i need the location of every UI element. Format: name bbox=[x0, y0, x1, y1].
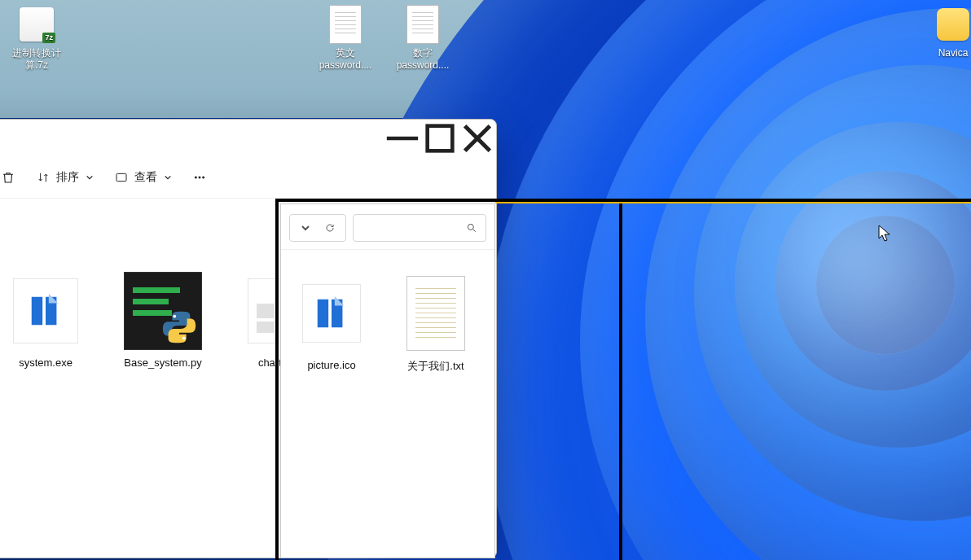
titlebar[interactable] bbox=[0, 120, 496, 156]
navicat-icon bbox=[937, 8, 969, 41]
file-item-txt[interactable]: 关于我们.txt bbox=[395, 274, 477, 374]
python-file-icon bbox=[124, 272, 202, 350]
file-label: Base_system.py bbox=[124, 357, 201, 370]
address-row bbox=[281, 204, 494, 250]
file-label: picture.ico bbox=[307, 359, 355, 371]
desktop[interactable]: 进制转换计算.7z 英文password.... 数字password.... … bbox=[0, 0, 971, 560]
explorer-toolbar: 排序 查看 bbox=[0, 156, 496, 199]
view-label: 查看 bbox=[134, 170, 157, 185]
desktop-icon-label: 数字password.... bbox=[390, 47, 455, 72]
close-button[interactable] bbox=[459, 120, 496, 156]
svg-point-4 bbox=[199, 176, 200, 177]
file-item-ico[interactable]: picture.ico bbox=[291, 274, 372, 371]
svg-point-10 bbox=[182, 337, 186, 340]
desktop-icon-label: 进制转换计算.7z bbox=[4, 47, 69, 72]
sort-label: 排序 bbox=[56, 170, 79, 185]
svg-rect-1 bbox=[428, 125, 453, 151]
refresh-icon bbox=[325, 223, 335, 233]
svg-point-3 bbox=[195, 176, 196, 177]
explorer-window-2[interactable]: picture.ico 关于我们.txt bbox=[280, 203, 495, 558]
close-icon bbox=[459, 120, 496, 157]
delete-button[interactable] bbox=[1, 170, 15, 185]
sort-icon bbox=[37, 171, 50, 184]
history-dropdown[interactable] bbox=[289, 214, 346, 242]
file-label: 关于我们.txt bbox=[407, 359, 464, 374]
maximize-icon bbox=[421, 120, 459, 157]
view-icon bbox=[115, 171, 128, 184]
svg-point-9 bbox=[173, 315, 176, 318]
desktop-icon-txt-en[interactable]: 英文password.... bbox=[313, 5, 378, 72]
text-file-icon bbox=[329, 5, 362, 44]
archive-icon bbox=[20, 7, 54, 42]
file-item-py[interactable]: Base_system.py bbox=[118, 272, 208, 370]
sort-button[interactable]: 排序 bbox=[37, 170, 94, 185]
exe-icon bbox=[13, 278, 78, 343]
svg-rect-6 bbox=[32, 297, 42, 326]
text-file-icon bbox=[406, 276, 465, 351]
desktop-icon-navicat[interactable]: Navica bbox=[929, 5, 971, 59]
trash-icon bbox=[1, 170, 15, 185]
minimize-button[interactable] bbox=[384, 120, 421, 156]
svg-rect-12 bbox=[318, 300, 328, 328]
search-icon bbox=[466, 222, 477, 234]
svg-point-11 bbox=[468, 224, 473, 230]
desktop-icon-txt-num[interactable]: 数字password.... bbox=[390, 5, 455, 72]
desktop-icon-7z[interactable]: 进制转换计算.7z bbox=[4, 5, 69, 72]
file-area[interactable]: picture.ico 关于我们.txt bbox=[281, 250, 494, 398]
desktop-icon-label: Navica bbox=[938, 47, 969, 59]
svg-point-5 bbox=[203, 176, 204, 177]
file-label: system.exe bbox=[19, 357, 72, 370]
minimize-icon bbox=[384, 120, 421, 157]
ellipsis-icon bbox=[193, 171, 206, 184]
maximize-button[interactable] bbox=[421, 120, 459, 156]
search-box[interactable] bbox=[353, 214, 486, 242]
chevron-down-icon bbox=[86, 173, 94, 182]
text-file-icon bbox=[406, 5, 439, 44]
more-button[interactable] bbox=[193, 171, 206, 184]
chevron-down-icon bbox=[301, 223, 310, 233]
ico-file-icon bbox=[302, 284, 361, 343]
chevron-down-icon bbox=[164, 173, 172, 182]
view-button[interactable]: 查看 bbox=[115, 170, 172, 185]
desktop-icon-label: 英文password.... bbox=[313, 47, 378, 72]
svg-rect-2 bbox=[116, 173, 126, 181]
file-item-exe[interactable]: system.exe bbox=[1, 272, 90, 370]
